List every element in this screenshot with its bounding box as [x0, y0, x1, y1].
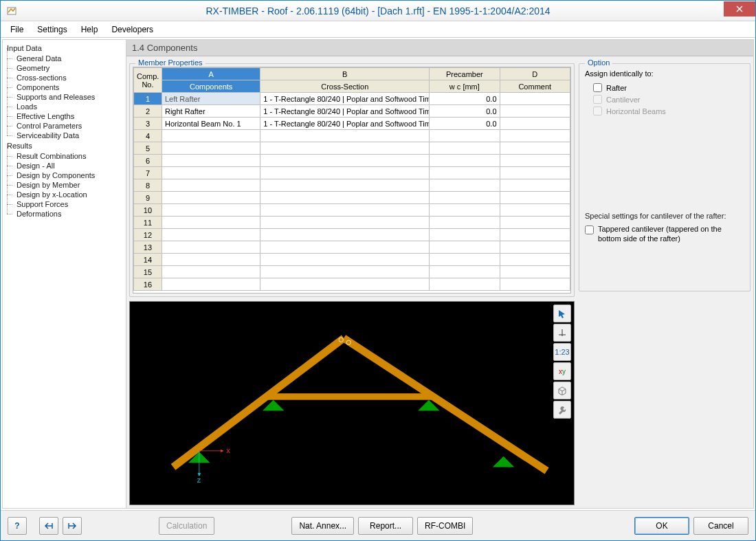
cell-crosssection[interactable] — [260, 167, 430, 179]
cell-crosssection[interactable]: 1 - T-Rectangle 80/240 | Poplar and Soft… — [260, 118, 430, 130]
cell-comment[interactable] — [500, 130, 570, 142]
close-button[interactable] — [724, 1, 755, 16]
components-grid[interactable]: Comp. No. A B Precamber D Components Cro… — [133, 67, 571, 294]
rfcombi-button[interactable]: RF-COMBI — [417, 517, 473, 535]
cell-comment[interactable] — [500, 229, 570, 241]
cell-precamber[interactable] — [430, 204, 500, 217]
row-number[interactable]: 8 — [134, 179, 162, 192]
row-number[interactable]: 6 — [134, 155, 162, 167]
cell-precamber[interactable]: 0.0 — [430, 105, 500, 118]
cell-comment[interactable] — [500, 204, 570, 217]
menu-developers[interactable]: Developers — [106, 23, 159, 36]
table-row[interactable]: 3Horizontal Beam No. 11 - T-Rectangle 80… — [134, 118, 570, 130]
grid-col-d[interactable]: D — [500, 68, 570, 80]
cell-precamber[interactable] — [430, 192, 500, 204]
row-number[interactable]: 10 — [134, 204, 162, 217]
cell-precamber[interactable] — [430, 217, 500, 229]
tree-item[interactable]: Design by Member — [3, 180, 126, 190]
cell-crosssection[interactable] — [260, 266, 430, 278]
cell-component[interactable] — [162, 229, 260, 241]
table-row[interactable]: 1Left Rafter1 - T-Rectangle 80/240 | Pop… — [134, 93, 570, 105]
menu-help[interactable]: Help — [76, 23, 104, 36]
grid-col-a[interactable]: A — [162, 68, 260, 80]
cell-component[interactable] — [162, 130, 260, 142]
prev-button[interactable] — [39, 517, 58, 535]
cell-crosssection[interactable] — [260, 130, 430, 142]
cell-precamber[interactable] — [430, 254, 500, 266]
cell-crosssection[interactable]: 1 - T-Rectangle 80/240 | Poplar and Soft… — [260, 105, 430, 118]
cell-crosssection[interactable] — [260, 155, 430, 167]
cell-component[interactable] — [162, 241, 260, 254]
table-row[interactable]: 12 — [134, 229, 570, 241]
menu-file[interactable]: File — [5, 23, 29, 36]
viewer-btn-iso[interactable] — [553, 382, 571, 399]
cell-component[interactable] — [162, 167, 260, 179]
table-row[interactable]: 5 — [134, 142, 570, 155]
cell-precamber[interactable]: 0.0 — [430, 93, 500, 105]
viewer-btn-pointer[interactable] — [553, 305, 571, 322]
cell-component[interactable] — [162, 278, 260, 291]
cell-comment[interactable] — [500, 241, 570, 254]
cell-precamber[interactable] — [430, 229, 500, 241]
tree-item[interactable]: Design - All — [3, 161, 126, 170]
cell-comment[interactable] — [500, 254, 570, 266]
cell-component[interactable] — [162, 254, 260, 266]
row-number[interactable]: 11 — [134, 217, 162, 229]
cell-precamber[interactable] — [430, 155, 500, 167]
next-button[interactable] — [63, 517, 82, 535]
viewer-btn-settings[interactable] — [553, 401, 571, 419]
cell-comment[interactable] — [500, 118, 570, 130]
cell-component[interactable]: Left Rafter — [162, 93, 260, 105]
tree-item[interactable]: Cross-sections — [3, 73, 126, 82]
table-row[interactable]: 6 — [134, 155, 570, 167]
cell-crosssection[interactable] — [260, 278, 430, 291]
table-row[interactable]: 14 — [134, 254, 570, 266]
table-row[interactable]: 7 — [134, 167, 570, 179]
cell-crosssection[interactable] — [260, 254, 430, 266]
cell-component[interactable]: Horizontal Beam No. 1 — [162, 118, 260, 130]
cell-comment[interactable] — [500, 278, 570, 291]
cell-component[interactable] — [162, 179, 260, 192]
table-row[interactable]: 13 — [134, 241, 570, 254]
tree-item[interactable]: Control Parameters — [3, 121, 126, 131]
row-number[interactable]: 15 — [134, 266, 162, 278]
table-row[interactable]: 10 — [134, 204, 570, 217]
row-number[interactable]: 7 — [134, 167, 162, 179]
viewer-btn-xy[interactable]: xy — [553, 362, 571, 380]
cell-precamber[interactable] — [430, 142, 500, 155]
cell-component[interactable] — [162, 155, 260, 167]
cell-precamber[interactable]: 0.0 — [430, 118, 500, 130]
cell-crosssection[interactable] — [260, 229, 430, 241]
model-viewer[interactable]: X Z 1:23 xy — [129, 301, 575, 505]
tree-item[interactable]: Design by x-Location — [3, 190, 126, 199]
cell-precamber[interactable] — [430, 241, 500, 254]
table-row[interactable]: 9 — [134, 192, 570, 204]
chk-rafter[interactable]: Rafter — [593, 83, 744, 92]
row-number[interactable]: 1 — [134, 93, 162, 105]
cell-comment[interactable] — [500, 167, 570, 179]
viewer-btn-measure[interactable]: 1:23 — [553, 343, 571, 361]
cell-precamber[interactable] — [430, 278, 500, 291]
grid-col-c[interactable]: Precamber — [430, 68, 500, 80]
nav-tree[interactable]: Input Data General DataGeometryCross-sec… — [3, 40, 126, 508]
cell-comment[interactable] — [500, 155, 570, 167]
table-row[interactable]: 8 — [134, 179, 570, 192]
nat-annex-button[interactable]: Nat. Annex... — [291, 517, 354, 535]
row-number[interactable]: 14 — [134, 254, 162, 266]
report-button[interactable]: Report... — [358, 517, 413, 535]
menu-settings[interactable]: Settings — [32, 23, 72, 36]
row-number[interactable]: 12 — [134, 229, 162, 241]
cell-component[interactable] — [162, 204, 260, 217]
chk-tapered[interactable]: Tappered cantilever (tappered on the bot… — [585, 224, 744, 244]
tree-item[interactable]: Serviceability Data — [3, 131, 126, 140]
cell-comment[interactable] — [500, 93, 570, 105]
tree-item[interactable]: Effective Lengths — [3, 111, 126, 121]
tree-item[interactable]: Loads — [3, 102, 126, 111]
row-number[interactable]: 3 — [134, 118, 162, 130]
row-number[interactable]: 4 — [134, 130, 162, 142]
viewer-btn-view[interactable] — [553, 324, 571, 342]
cell-crosssection[interactable] — [260, 204, 430, 217]
cell-component[interactable] — [162, 142, 260, 155]
help-button[interactable]: ? — [8, 517, 27, 535]
cell-crosssection[interactable] — [260, 217, 430, 229]
